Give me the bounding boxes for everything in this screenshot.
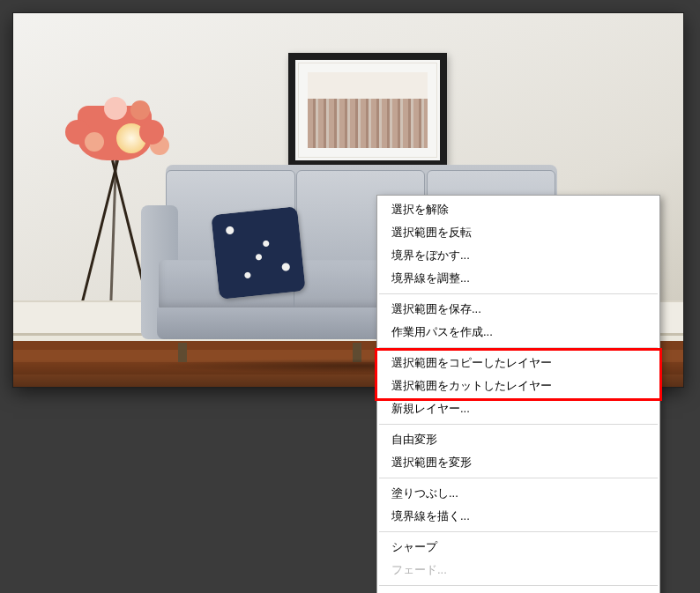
- context-menu-item: フェード...: [377, 559, 659, 582]
- throw-pillow: [211, 206, 305, 300]
- context-menu-item[interactable]: 選択範囲を反転: [377, 221, 659, 244]
- context-menu-item[interactable]: 塗りつぶし...: [377, 482, 659, 505]
- context-menu-separator: [379, 347, 658, 348]
- context-menu-item: レンダリング: [377, 589, 659, 593]
- context-menu-separator: [379, 293, 658, 294]
- context-menu: 選択を解除選択範囲を反転境界をぼかす...境界線を調整...選択範囲を保存...…: [376, 195, 660, 593]
- context-menu-separator: [379, 478, 658, 478]
- context-menu-item[interactable]: 選択を解除: [377, 198, 659, 221]
- context-menu-item[interactable]: 選択範囲を保存...: [377, 298, 659, 321]
- context-menu-item[interactable]: 作業用パスを作成...: [377, 321, 659, 344]
- context-menu-item[interactable]: 境界線を描く...: [377, 505, 659, 528]
- context-menu-separator: [379, 424, 658, 425]
- context-menu-item[interactable]: 新規レイヤー...: [377, 397, 659, 420]
- context-menu-item[interactable]: 選択範囲をコピーしたレイヤー: [377, 352, 659, 374]
- context-menu-item[interactable]: 自由変形: [377, 428, 659, 451]
- context-menu-item[interactable]: 選択範囲を変形: [377, 451, 659, 474]
- context-menu-item[interactable]: 境界線を調整...: [377, 267, 659, 290]
- context-menu-item[interactable]: 選択範囲をカットしたレイヤー: [377, 374, 659, 397]
- context-menu-separator: [379, 531, 658, 532]
- context-menu-item[interactable]: シャープ: [377, 536, 659, 559]
- context-menu-item[interactable]: 境界をぼかす...: [377, 244, 659, 267]
- wall-framed-picture: [288, 53, 447, 167]
- context-menu-separator: [379, 585, 658, 586]
